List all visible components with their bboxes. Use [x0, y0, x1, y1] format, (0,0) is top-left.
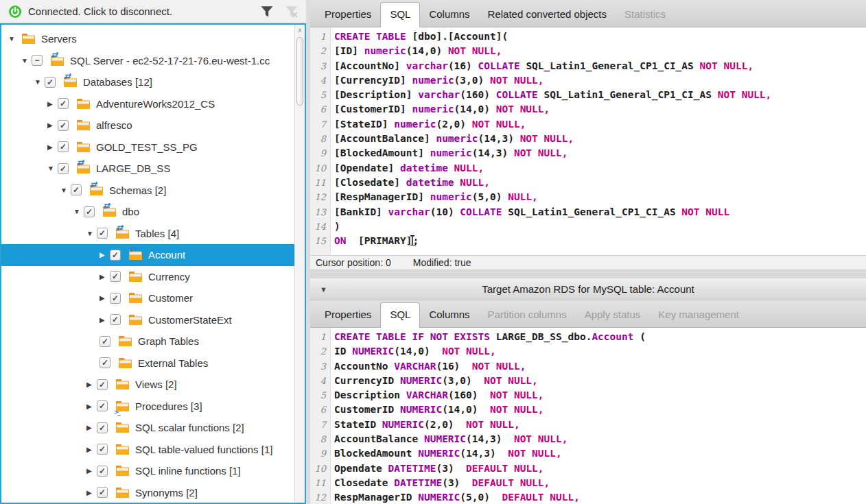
code-line[interactable]: 12[RespManagerID] numeric(5,0) NULL, — [310, 190, 866, 204]
tab-columns[interactable]: Columns — [420, 303, 478, 327]
code-line[interactable]: 11Closedate DATETIME(3) DEFAULT NULL, — [310, 476, 866, 490]
code-line[interactable]: 2[ID] numeric(14,0) NOT NULL, — [310, 44, 866, 58]
tree-item-sql-scalar-functions-2-[interactable]: ▶✓SQL scalar functions [2] — [1, 417, 294, 439]
tree-item-sql-table-valued-functions-1-[interactable]: ▶✓SQL table-valued functions [1] — [1, 439, 294, 461]
tree-scrollbar[interactable]: ∧ — [294, 25, 305, 503]
tree-checkbox[interactable]: ✓ — [110, 293, 121, 304]
tree-item-sql-inline-functions-1-[interactable]: ▶✓SQL inline functions [1] — [1, 460, 294, 482]
tree-checkbox[interactable]: ✓ — [100, 357, 110, 368]
source-sql-editor[interactable]: 1CREATE TABLE [dbo].[Account](2[ID] nume… — [310, 27, 866, 255]
expander-open-icon[interactable]: ▼ — [60, 187, 71, 194]
code-line[interactable]: 14) — [310, 219, 866, 234]
tree-checkbox[interactable]: ✓ — [84, 206, 95, 217]
code-line[interactable]: 3[AccountNo] varchar(16) COLLATE SQL_Lat… — [310, 59, 866, 73]
code-line[interactable]: 3AccountNo VARCHAR(16) NOT NULL, — [310, 359, 866, 374]
tree-checkbox[interactable]: ✓ — [97, 487, 108, 498]
tree-checkbox[interactable]: ✓ — [97, 400, 108, 411]
tree-checkbox[interactable]: ✓ — [97, 228, 108, 239]
tree-item-servers[interactable]: ▼Servers — [1, 28, 294, 50]
tree-item-sql-server-ec2-52-17-21-76-eu-west-1-cc[interactable]: ▼−⇄SQL Server - ec2-52-17-21-76.eu-west-… — [1, 50, 294, 72]
tree-checkbox[interactable]: ✓ — [58, 98, 69, 109]
code-line[interactable]: 4CurrencyID NUMERIC(3,0) NOT NULL, — [310, 374, 866, 388]
tree-checkbox[interactable]: ✓ — [58, 141, 69, 152]
tab-sql[interactable]: SQL — [380, 2, 420, 27]
connection-bar[interactable]: Connected. Click to disconnect. — [0, 0, 306, 23]
tree-item-adventureworks2012-cs[interactable]: ▶✓AdventureWorks2012_CS — [1, 93, 294, 115]
code-line[interactable]: 1CREATE TABLE [dbo].[Account]( — [310, 29, 866, 44]
tree-checkbox[interactable]: ✓ — [58, 163, 69, 174]
tree-item-customer[interactable]: ▶✓Customer — [1, 287, 294, 309]
tree-item-account[interactable]: ▶✓⇄Account — [1, 244, 294, 266]
horizontal-splitter[interactable] — [310, 270, 866, 278]
tree-item-graph-tables[interactable]: ✓Graph Tables — [1, 331, 294, 352]
tree-checkbox[interactable]: ✓ — [97, 379, 108, 390]
code-line[interactable]: 10[Opendate] datetime NULL, — [310, 161, 866, 176]
tree-checkbox[interactable]: ✓ — [100, 336, 110, 347]
code-line[interactable]: 10Opendate DATETIME(3) DEFAULT NULL, — [310, 461, 866, 476]
expander-open-icon[interactable]: ▼ — [73, 208, 84, 215]
expander-collapsed-icon[interactable]: ▶ — [47, 143, 58, 151]
expander-open-icon[interactable]: ▼ — [47, 165, 58, 172]
tree-item-alfresco[interactable]: ▶✓alfresco — [1, 115, 294, 136]
expander-open-icon[interactable]: ▼ — [21, 57, 32, 64]
code-line[interactable]: 9[BlockedAmount] numeric(14,3) NOT NULL, — [310, 146, 866, 160]
tree-checkbox[interactable]: ✓ — [97, 422, 108, 433]
code-line[interactable]: 13[BankID] varchar(10) COLLATE SQL_Latin… — [310, 205, 866, 219]
code-line[interactable]: 6CustomerID NUMERIC(14,0) NOT NULL, — [310, 403, 866, 417]
expander-open-icon[interactable]: ▼ — [34, 78, 45, 86]
tree-checkbox[interactable]: ✓ — [97, 466, 108, 477]
tree-item-customerstateext[interactable]: ▶✓CustomerStateExt — [1, 309, 294, 331]
expander-collapsed-icon[interactable]: ▶ — [47, 100, 58, 108]
code-line[interactable]: 5Description VARCHAR(160) NOT NULL, — [310, 388, 866, 403]
tree-checkbox[interactable]: − — [32, 55, 43, 66]
tree-item-views-2-[interactable]: ▶✓Views [2] — [1, 374, 294, 396]
tab-columns[interactable]: Columns — [420, 3, 478, 27]
expander-collapsed-icon[interactable]: ▶ — [100, 316, 110, 324]
tree-checkbox[interactable]: ✓ — [97, 444, 108, 455]
tab-properties[interactable]: Properties — [316, 3, 380, 27]
target-header[interactable]: ▼ Target Amazon RDS for MySQL table: Acc… — [310, 278, 866, 300]
tab-sql[interactable]: SQL — [380, 302, 420, 328]
tree-item-gold-test-ss-pg[interactable]: ▶✓GOLD_TEST_SS_PG — [1, 136, 294, 158]
tree-item-tables-4-[interactable]: ▼✓⇄Tables [4] — [1, 223, 294, 245]
code-line[interactable]: 2ID NUMERIC(14,0) NOT NULL, — [310, 344, 866, 359]
filter-icon[interactable] — [259, 5, 274, 18]
expander-collapsed-icon[interactable]: ▶ — [86, 489, 97, 496]
tree-item-dbo[interactable]: ▼✓⇄dbo — [1, 201, 294, 223]
expander-collapsed-icon[interactable]: ▶ — [86, 467, 97, 475]
code-line[interactable]: 4[CurrencyID] numeric(3,0) NOT NULL, — [310, 73, 866, 88]
expander-collapsed-icon[interactable]: ▶ — [86, 424, 97, 431]
code-line[interactable]: 6[CustomerID] numeric(14,0) NOT NULL, — [310, 102, 866, 117]
tree-item-external-tables[interactable]: ✓External Tables — [1, 352, 294, 374]
code-line[interactable]: 15ON [PRIMARY]; — [310, 234, 866, 248]
tree-checkbox[interactable]: ✓ — [45, 77, 56, 88]
collapse-triangle-icon[interactable]: ▼ — [320, 285, 327, 293]
tree-item-large-db-ss[interactable]: ▼✓⇄LARGE_DB_SS — [1, 158, 294, 180]
code-line[interactable]: 9BlockedAmount NUMERIC(14,3) NOT NULL, — [310, 446, 866, 461]
code-line[interactable]: 8AccountBalance NUMERIC(14,3) NOT NULL, — [310, 432, 866, 446]
tab-properties[interactable]: Properties — [316, 303, 380, 327]
tab-related-converted-objects[interactable]: Related converted objects — [479, 3, 616, 27]
tree-item-databases-12-[interactable]: ▼✓⇄Databases [12] — [1, 71, 294, 93]
code-line[interactable]: 5[Description] varchar(160) COLLATE SQL_… — [310, 88, 866, 102]
tree-item-currency[interactable]: ▶✓Currency — [1, 266, 294, 288]
target-sql-editor[interactable]: 1CREATE TABLE IF NOT EXISTS LARGE_DB_SS_… — [310, 328, 866, 504]
expander-collapsed-icon[interactable]: ▶ — [47, 121, 58, 129]
tree-checkbox[interactable]: ✓ — [110, 314, 121, 325]
code-line[interactable]: 1CREATE TABLE IF NOT EXISTS LARGE_DB_SS_… — [310, 330, 866, 344]
code-line[interactable]: 7[StateID] numeric(2,0) NOT NULL, — [310, 117, 866, 132]
scrollbar-thumb[interactable] — [296, 37, 303, 106]
code-line[interactable]: 8[AccountBalance] numeric(14,3) NOT NULL… — [310, 132, 866, 146]
tree-checkbox[interactable]: ✓ — [110, 250, 121, 261]
code-line[interactable]: 11[Closedate] datetime NULL, — [310, 176, 866, 190]
expander-collapsed-icon[interactable]: ▶ — [100, 294, 110, 302]
tree-checkbox[interactable]: ✓ — [71, 184, 82, 195]
tree-item-schemas-2-[interactable]: ▼✓⇄Schemas [2] — [1, 180, 294, 202]
expander-open-icon[interactable]: ▼ — [86, 230, 97, 237]
scroll-up-icon[interactable]: ∧ — [295, 25, 305, 36]
code-line[interactable]: 7StateID NUMERIC(2,0) NOT NULL, — [310, 418, 866, 432]
expander-collapsed-icon[interactable]: ▶ — [100, 273, 110, 280]
tree-item-procedures-3-[interactable]: ▶✓>_Procedures [3] — [1, 396, 294, 418]
code-line[interactable]: 12RespManagerID NUMERIC(5,0) DEFAULT NUL… — [310, 490, 866, 504]
tree-checkbox[interactable]: ✓ — [58, 120, 69, 131]
